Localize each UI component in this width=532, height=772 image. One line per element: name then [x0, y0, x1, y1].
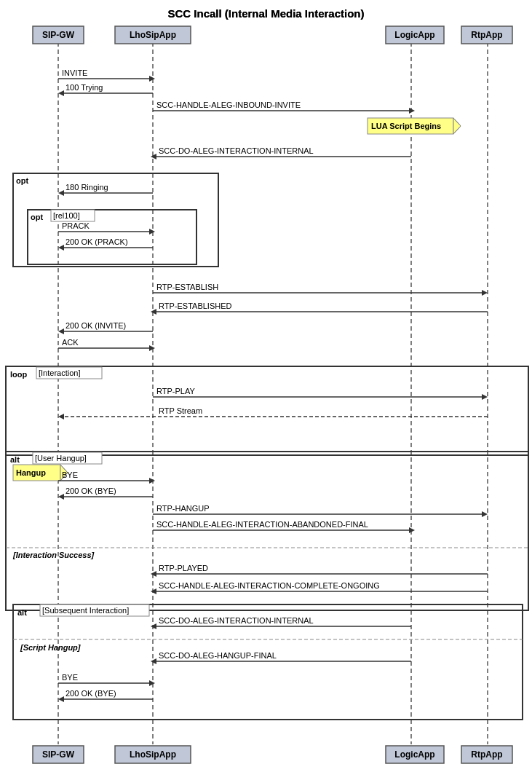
svg-text:alt: alt	[17, 608, 27, 617]
svg-text:RTP Stream: RTP Stream	[159, 406, 202, 415]
svg-text:PRACK: PRACK	[62, 221, 90, 230]
svg-rect-95	[13, 604, 523, 720]
svg-line-24	[453, 126, 461, 134]
svg-marker-105	[151, 658, 156, 664]
svg-marker-32	[58, 190, 64, 196]
svg-text:SCC-DO-ALEG-INTERACTION-INTERN: SCC-DO-ALEG-INTERACTION-INTERNAL	[159, 616, 314, 625]
svg-text:loop: loop	[10, 370, 27, 379]
svg-rect-68	[33, 452, 102, 464]
svg-rect-97	[40, 604, 149, 616]
svg-marker-76	[149, 478, 155, 484]
svg-marker-108	[149, 680, 155, 686]
svg-text:RtpApp: RtpApp	[471, 30, 502, 40]
svg-text:[Interaction]: [Interaction]	[39, 369, 80, 377]
svg-marker-79	[58, 494, 64, 500]
svg-marker-16	[58, 90, 64, 96]
svg-text:100 Trying: 100 Trying	[65, 83, 103, 92]
svg-text:180 Ringing: 180 Ringing	[65, 183, 108, 192]
svg-marker-90	[151, 571, 156, 577]
svg-text:RtpApp: RtpApp	[471, 749, 502, 760]
svg-text:RTP-ESTABLISHED: RTP-ESTABLISHED	[159, 302, 232, 310]
svg-text:SCC-HANDLE-ALEG-INBOUND-INVITE: SCC-HANDLE-ALEG-INBOUND-INVITE	[156, 101, 301, 109]
svg-text:LhoSipApp: LhoSipApp	[130, 749, 176, 760]
sequence-diagram-svg: SIP-GW LhoSipApp LogicApp RtpApp INVITE …	[0, 0, 532, 772]
svg-text:SCC-HANDLE-ALEG-INTERACTION-CO: SCC-HANDLE-ALEG-INTERACTION-COMPLETE-ONG…	[159, 581, 380, 590]
svg-marker-111	[58, 696, 64, 702]
svg-text:BYE: BYE	[62, 470, 78, 479]
svg-text:[User Hangup]: [User Hangup]	[35, 454, 87, 462]
svg-text:200 OK (BYE): 200 OK (BYE)	[65, 487, 116, 495]
svg-text:opt: opt	[16, 176, 28, 185]
svg-marker-64	[58, 414, 64, 420]
svg-marker-45	[482, 290, 488, 296]
svg-text:SIP-GW: SIP-GW	[42, 30, 75, 40]
svg-rect-29	[13, 173, 218, 267]
svg-text:200 OK (INVITE): 200 OK (INVITE)	[65, 321, 126, 330]
svg-rect-66	[6, 452, 528, 610]
svg-rect-119	[461, 746, 512, 763]
svg-rect-113	[33, 746, 84, 763]
svg-rect-115	[115, 746, 191, 763]
svg-rect-21	[368, 118, 453, 134]
svg-text:SCC-DO-ALEG-HANGUP-FINAL: SCC-DO-ALEG-HANGUP-FINAL	[159, 651, 277, 660]
svg-marker-61	[482, 394, 488, 400]
svg-text:[Subsequent Interaction]: [Subsequent Interaction]	[42, 606, 129, 615]
svg-text:RTP-PLAYED: RTP-PLAYED	[159, 564, 208, 572]
svg-text:Hangup: Hangup	[16, 468, 46, 477]
svg-text:ACK: ACK	[62, 338, 79, 347]
svg-rect-6	[115, 26, 191, 44]
svg-marker-48	[151, 309, 156, 315]
page-title: SCC Incall (Internal Media Interaction)	[0, 7, 532, 20]
svg-marker-13	[149, 76, 155, 82]
svg-line-72	[60, 465, 68, 473]
svg-rect-36	[51, 210, 95, 221]
svg-marker-54	[149, 345, 155, 351]
svg-rect-58	[36, 367, 102, 379]
svg-rect-8	[386, 26, 444, 44]
svg-rect-4	[33, 26, 84, 44]
svg-text:RTP-HANGUP: RTP-HANGUP	[156, 504, 210, 513]
svg-marker-85	[409, 527, 415, 533]
svg-text:[Interaction Success]: [Interaction Success]	[12, 551, 95, 559]
svg-text:opt: opt	[31, 213, 43, 221]
svg-text:[rel100]: [rel100]	[53, 211, 80, 220]
svg-line-73	[60, 473, 68, 481]
svg-text:SIP-GW: SIP-GW	[42, 749, 75, 760]
svg-text:LogicApp: LogicApp	[394, 30, 434, 40]
svg-rect-56	[6, 366, 528, 455]
svg-marker-82	[482, 511, 488, 517]
svg-marker-100	[151, 623, 156, 629]
svg-text:alt: alt	[10, 455, 20, 464]
svg-marker-27	[151, 154, 156, 159]
svg-text:RTP-PLAY: RTP-PLAY	[156, 387, 195, 395]
svg-text:200 OK (PRACK): 200 OK (PRACK)	[65, 237, 128, 246]
svg-marker-39	[149, 229, 155, 235]
svg-text:SCC-DO-ALEG-INTERACTION-INTERN: SCC-DO-ALEG-INTERACTION-INTERNAL	[159, 146, 314, 155]
svg-text:INVITE: INVITE	[62, 68, 87, 77]
svg-text:200 OK (BYE): 200 OK (BYE)	[65, 689, 116, 698]
svg-marker-71	[60, 465, 68, 481]
svg-text:LogicApp: LogicApp	[394, 749, 434, 760]
svg-rect-10	[461, 26, 512, 44]
svg-line-23	[453, 118, 461, 126]
svg-marker-51	[58, 328, 64, 334]
svg-rect-34	[28, 210, 196, 264]
diagram-container: SCC Incall (Internal Media Interaction) …	[0, 0, 532, 772]
svg-rect-117	[386, 746, 444, 763]
svg-text:SCC-HANDLE-ALEG-INTERACTION-AB: SCC-HANDLE-ALEG-INTERACTION-ABANDONED-FI…	[156, 520, 368, 529]
svg-text:RTP-ESTABLISH: RTP-ESTABLISH	[156, 283, 218, 291]
svg-marker-42	[58, 245, 64, 251]
svg-marker-19	[409, 108, 415, 114]
svg-text:LhoSipApp: LhoSipApp	[130, 30, 176, 40]
svg-text:BYE: BYE	[62, 673, 78, 682]
svg-rect-70	[13, 465, 60, 481]
svg-text:LUA Script Begins: LUA Script Begins	[371, 122, 441, 130]
svg-text:[Script Hangup]: [Script Hangup]	[20, 643, 81, 652]
svg-marker-22	[453, 118, 461, 134]
svg-marker-93	[151, 588, 156, 594]
